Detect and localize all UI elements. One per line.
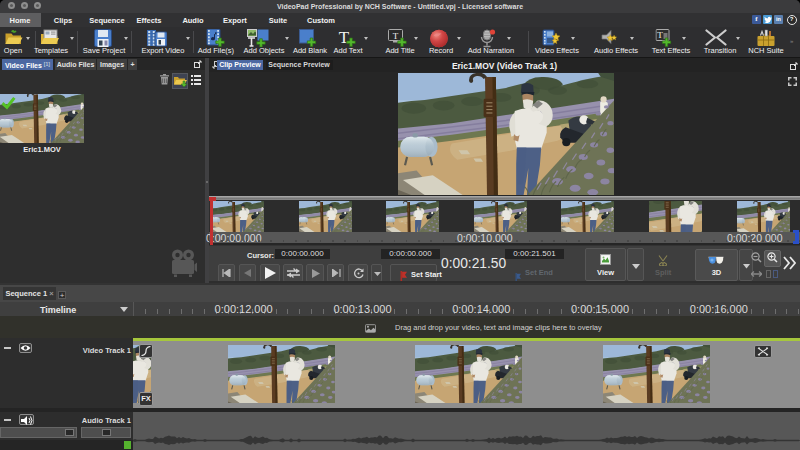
svg-text:T: T <box>657 30 663 40</box>
svg-text:T: T <box>393 31 399 41</box>
svg-text:T: T <box>339 29 350 47</box>
